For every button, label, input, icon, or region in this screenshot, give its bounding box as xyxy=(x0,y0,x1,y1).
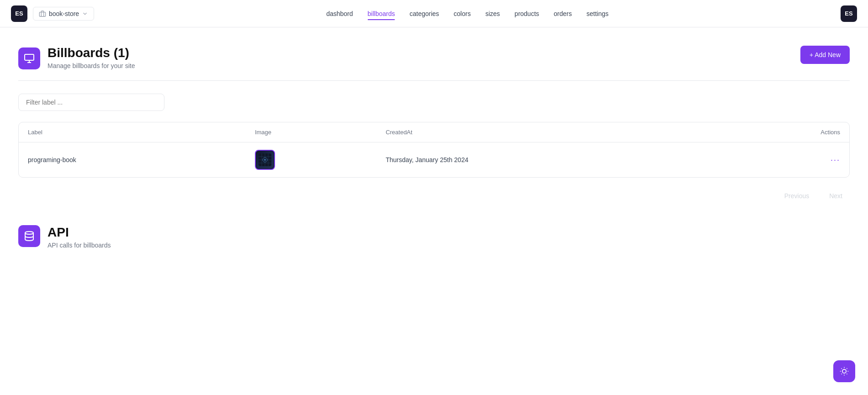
next-button[interactable]: Next xyxy=(822,189,850,203)
svg-point-11 xyxy=(25,232,33,234)
page-icon xyxy=(18,47,40,69)
nav-products[interactable]: products xyxy=(514,10,539,19)
add-new-label: + Add New xyxy=(810,51,841,58)
col-actions: Actions xyxy=(720,122,849,142)
user-avatar[interactable]: ES xyxy=(841,5,857,22)
sun-icon xyxy=(840,367,849,376)
svg-rect-1 xyxy=(25,54,34,60)
nav-sizes[interactable]: sizes xyxy=(485,10,500,19)
nav-settings[interactable]: settings xyxy=(587,10,609,19)
add-new-button[interactable]: + Add New xyxy=(800,46,850,64)
nav-dashboard[interactable]: dashbord xyxy=(326,10,353,19)
billboard-image-inner xyxy=(256,151,274,169)
page-title: Billboards (1) xyxy=(48,46,135,60)
page-subtitle: Manage billboards for your site xyxy=(48,62,135,69)
header-divider xyxy=(18,80,850,81)
nav-colors[interactable]: colors xyxy=(454,10,471,19)
top-navigation: ES book-store dashbord billboards catego… xyxy=(0,0,868,27)
chevron-down-icon xyxy=(82,11,88,17)
nav-orders[interactable]: orders xyxy=(554,10,572,19)
cell-label: programing-book xyxy=(19,142,246,178)
page-header-left: Billboards (1) Manage billboards for you… xyxy=(18,46,135,69)
col-label: Label xyxy=(19,122,246,142)
cell-created-at: Thursday, January 25th 2024 xyxy=(376,142,720,178)
cell-image xyxy=(246,142,376,178)
page-title-group: Billboards (1) Manage billboards for you… xyxy=(48,46,135,69)
svg-line-16 xyxy=(847,374,847,374)
svg-line-20 xyxy=(847,369,847,369)
api-subtitle: API calls for billboards xyxy=(48,242,111,249)
avatar-text: ES xyxy=(845,10,852,17)
actions-dots-label: ··· xyxy=(831,155,840,164)
svg-point-10 xyxy=(264,159,266,161)
nav-links: dashbord billboards categories colors si… xyxy=(326,10,609,18)
previous-label: Previous xyxy=(784,192,809,200)
nav-categories[interactable]: categories xyxy=(409,10,439,19)
pagination: Previous Next xyxy=(18,189,850,203)
cell-actions: ··· xyxy=(720,142,849,178)
book-image-svg xyxy=(259,153,271,166)
col-image: Image xyxy=(246,122,376,142)
table-header-row: Label Image CreatedAt Actions xyxy=(19,122,849,142)
billboard-thumbnail xyxy=(255,150,275,170)
col-created-at: CreatedAt xyxy=(376,122,720,142)
brand-logo: ES xyxy=(11,5,27,22)
main-content: Billboards (1) Manage billboards for you… xyxy=(0,27,868,395)
next-label: Next xyxy=(829,192,842,200)
logo-text: ES xyxy=(15,10,23,17)
svg-point-12 xyxy=(842,369,846,373)
api-icon xyxy=(18,225,40,247)
billboards-table: Label Image CreatedAt Actions programing… xyxy=(19,122,849,177)
filter-section xyxy=(18,94,850,111)
filter-input[interactable] xyxy=(18,94,164,111)
store-icon xyxy=(39,10,46,17)
svg-rect-0 xyxy=(39,12,45,16)
table-row: programing-book xyxy=(19,142,849,178)
store-selector[interactable]: book-store xyxy=(33,7,94,21)
svg-line-19 xyxy=(842,374,842,374)
billboards-table-container: Label Image CreatedAt Actions programing… xyxy=(18,122,850,178)
actions-menu-button[interactable]: ··· xyxy=(831,155,840,165)
store-name: book-store xyxy=(49,10,79,17)
billboard-icon xyxy=(24,53,35,64)
previous-button[interactable]: Previous xyxy=(777,189,816,203)
api-title-group: API API calls for billboards xyxy=(48,225,111,249)
api-title: API xyxy=(48,225,111,240)
nav-billboards[interactable]: billboards xyxy=(368,10,395,20)
api-section: API API calls for billboards xyxy=(18,225,850,249)
page-header: Billboards (1) Manage billboards for you… xyxy=(18,46,850,69)
theme-toggle-button[interactable] xyxy=(833,360,855,382)
svg-line-15 xyxy=(842,369,842,369)
database-icon xyxy=(24,231,35,242)
